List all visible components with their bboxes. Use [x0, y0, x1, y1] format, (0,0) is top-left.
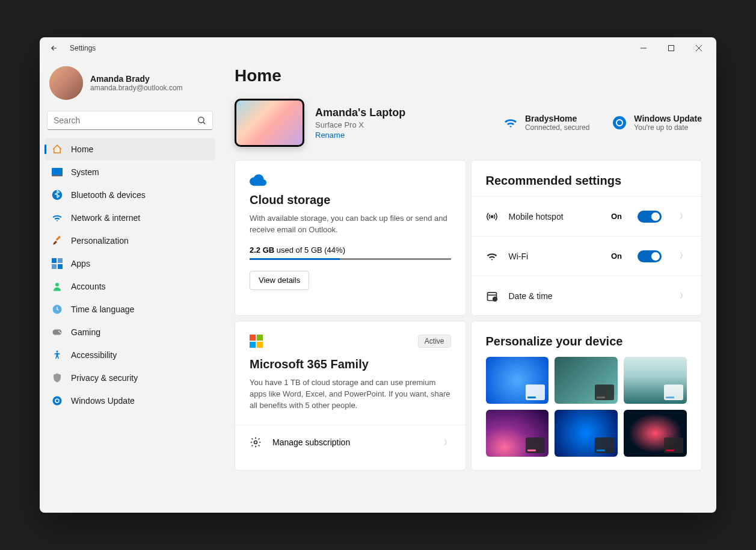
active-badge: Active [418, 335, 451, 348]
nav-network[interactable]: Network & internet [45, 207, 215, 229]
update-status-icon [611, 114, 628, 131]
manage-subscription[interactable]: Manage subscription 〉 [235, 425, 466, 460]
m365-title: Microsoft 365 Family [250, 357, 451, 371]
cloud-progress [250, 258, 451, 260]
device-name: Amanda's Laptop [315, 107, 405, 119]
svg-point-20 [613, 116, 626, 129]
hotspot-icon [486, 211, 498, 223]
theme-option-3[interactable] [624, 357, 687, 404]
chevron-right-icon: 〉 [680, 291, 687, 301]
device-model: Surface Pro X [315, 120, 405, 129]
personalize-card: Personalize your device [471, 321, 702, 471]
avatar [49, 66, 83, 100]
search-input[interactable] [54, 116, 197, 125]
close-button[interactable] [685, 37, 713, 59]
nav-update[interactable]: Windows Update [45, 390, 215, 412]
accessibility-icon [52, 350, 63, 360]
titlebar: Settings [40, 37, 716, 59]
recommended-title: Recommended settings [472, 161, 702, 196]
apps-icon [52, 258, 63, 269]
page-title: Home [235, 66, 702, 85]
svg-point-17 [60, 332, 61, 333]
theme-option-1[interactable] [486, 357, 549, 404]
person-icon [52, 281, 63, 292]
svg-point-13 [55, 283, 59, 286]
view-details-button[interactable]: View details [250, 271, 309, 290]
profile-section[interactable]: Amanda Brady amanda.brady@outlook.com [45, 59, 215, 111]
sidebar: Amanda Brady amanda.brady@outlook.com Ho… [40, 59, 220, 513]
svg-point-21 [491, 215, 493, 217]
nav-apps[interactable]: Apps [45, 253, 215, 274]
home-icon [52, 144, 63, 155]
nav-list: Home System Bluetooth & devices Network … [45, 137, 215, 413]
wifi-icon [52, 212, 63, 223]
nav-gaming[interactable]: Gaming [45, 321, 215, 343]
maximize-button[interactable] [657, 37, 685, 59]
minimize-button[interactable] [630, 37, 657, 59]
svg-rect-10 [58, 258, 63, 263]
svg-rect-12 [58, 264, 63, 269]
cloud-icon [250, 174, 451, 186]
chevron-right-icon: 〉 [680, 211, 687, 221]
profile-name: Amanda Brady [90, 74, 183, 84]
nav-system[interactable]: System [45, 161, 215, 183]
svg-point-16 [58, 330, 60, 332]
theme-option-2[interactable] [555, 357, 618, 404]
cloud-usage: 2.2 GB used of 5 GB (44%) [250, 246, 451, 255]
clock-icon [52, 304, 63, 315]
svg-point-19 [53, 397, 62, 406]
wifi-row-icon [486, 250, 498, 262]
svg-rect-1 [669, 46, 674, 51]
datetime-icon [486, 290, 498, 302]
device-row: Amanda's Laptop Surface Pro X Rename Bra… [235, 99, 702, 147]
chevron-right-icon: 〉 [444, 437, 451, 448]
theme-option-6[interactable] [624, 410, 687, 457]
microsoft-logo-icon [250, 335, 263, 348]
system-icon [52, 167, 63, 178]
svg-point-4 [198, 117, 204, 123]
wifi-status-icon [502, 114, 519, 131]
nav-home[interactable]: Home [45, 138, 215, 160]
setting-hotspot[interactable]: Mobile hotspot On 〉 [472, 196, 702, 236]
svg-rect-7 [52, 175, 63, 176]
nav-accessibility[interactable]: Accessibility [45, 344, 215, 366]
wifi-toggle[interactable] [638, 250, 662, 262]
arrow-left-icon [50, 44, 58, 52]
svg-point-25 [254, 441, 257, 444]
nav-personalization[interactable]: Personalization [45, 230, 215, 252]
profile-email: amanda.brady@outlook.com [90, 84, 183, 92]
search-box[interactable] [47, 111, 213, 130]
cloud-storage-card: Cloud storage With available storage, yo… [235, 160, 466, 316]
settings-window: Settings Amanda Brady amanda.brady@outlo… [40, 37, 716, 513]
update-status[interactable]: Windows UpdateYou're up to date [611, 114, 702, 132]
wifi-status[interactable]: BradysHomeConnected, secured [502, 114, 589, 132]
theme-option-4[interactable] [486, 410, 549, 457]
nav-accounts[interactable]: Accounts [45, 276, 215, 297]
svg-point-18 [57, 351, 58, 353]
update-icon [52, 395, 63, 406]
search-icon [197, 116, 206, 125]
main-content: Home Amanda's Laptop Surface Pro X Renam… [220, 59, 716, 513]
svg-line-5 [203, 122, 205, 124]
personalize-title: Personalize your device [472, 321, 702, 357]
window-title: Settings [70, 44, 96, 52]
bluetooth-icon [52, 190, 63, 200]
brush-icon [52, 235, 63, 246]
gamepad-icon [52, 327, 63, 338]
hotspot-toggle[interactable] [638, 211, 662, 223]
svg-point-24 [493, 297, 497, 301]
svg-rect-11 [52, 264, 57, 269]
gear-icon [250, 436, 262, 448]
cloud-title: Cloud storage [250, 193, 451, 207]
nav-time[interactable]: Time & language [45, 298, 215, 320]
rename-link[interactable]: Rename [315, 131, 405, 140]
theme-option-5[interactable] [555, 410, 618, 457]
shield-icon [52, 372, 63, 383]
back-button[interactable] [47, 41, 61, 55]
svg-rect-9 [52, 258, 57, 263]
nav-privacy[interactable]: Privacy & security [45, 367, 215, 389]
setting-wifi[interactable]: Wi-Fi On 〉 [472, 236, 702, 276]
nav-bluetooth[interactable]: Bluetooth & devices [45, 184, 215, 206]
cloud-desc: With available storage, you can back up … [250, 213, 451, 236]
setting-datetime[interactable]: Date & time 〉 [472, 276, 702, 315]
